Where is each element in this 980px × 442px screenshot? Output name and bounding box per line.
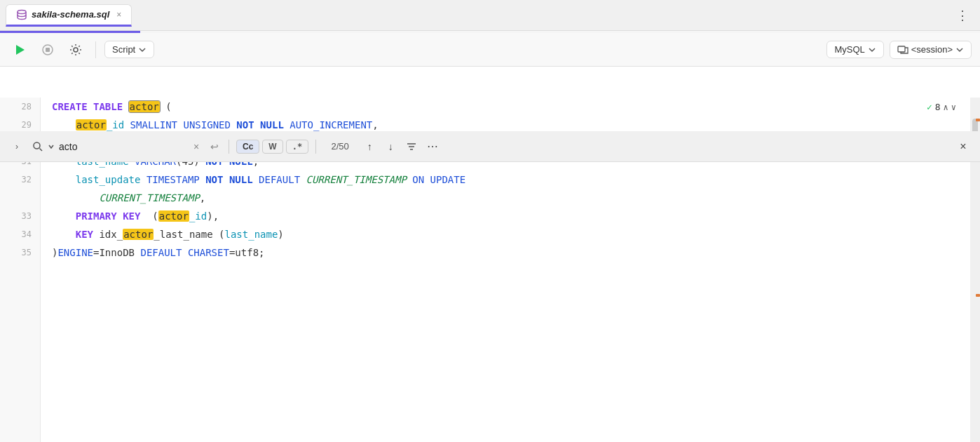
- search-divider-1: [229, 140, 229, 154]
- search-options: Cc W .*: [236, 140, 308, 154]
- match-count: 8: [935, 102, 941, 112]
- code-line-32b: CURRENT_TIMESTAMP ,: [41, 189, 970, 207]
- search-reset-btn[interactable]: ↩: [207, 140, 222, 154]
- toolbar: Script MySQL <session>: [0, 33, 980, 67]
- keyword-unsigned: UNSIGNED: [183, 119, 230, 130]
- case-sensitive-btn[interactable]: Cc: [236, 140, 259, 154]
- svg-point-0: [18, 10, 26, 13]
- keyword-null-32: NULL: [229, 174, 253, 185]
- settings-button[interactable]: [64, 39, 87, 61]
- db-chevron-icon: [868, 46, 876, 54]
- keyword-auto: AUTO_INCREMENT: [290, 119, 372, 130]
- tab-filename: sakila-schema.sql: [32, 9, 109, 20]
- match-count-badge: ✓ 8 ∧ ∨: [927, 102, 956, 112]
- match-actor-29: actor: [76, 119, 107, 130]
- keyword-on: ON: [412, 174, 424, 185]
- search-input[interactable]: [59, 141, 185, 152]
- db-icon: [16, 9, 27, 20]
- gear-icon: [69, 43, 82, 56]
- session-icon: [897, 44, 908, 55]
- type-timestamp: TIMESTAMP: [147, 174, 200, 185]
- current-timestamp-1: CURRENT_TIMESTAMP: [306, 174, 407, 185]
- search-more-btn[interactable]: ⋯: [424, 138, 441, 155]
- toolbar-separator-1: [95, 41, 96, 58]
- line-32: 32: [0, 170, 40, 189]
- line-35: 35: [0, 243, 40, 262]
- line-28: 28: [0, 98, 40, 116]
- keyword-key-34: KEY: [76, 229, 93, 240]
- search-clear-btn[interactable]: ×: [189, 140, 203, 154]
- search-close-btn[interactable]: ×: [955, 138, 972, 155]
- session-chevron-icon: [955, 46, 964, 54]
- match-actor-28: actor: [129, 101, 160, 112]
- svg-line-7: [40, 148, 43, 151]
- tab-more-btn[interactable]: ⋮: [951, 5, 974, 26]
- search-bar: › × ↩ Cc W .* 2/50 ↑ ↓: [0, 131, 980, 162]
- svg-rect-5: [898, 46, 905, 52]
- current-timestamp-2: CURRENT_TIMESTAMP: [99, 192, 199, 203]
- keyword-engine: ENGINE: [57, 247, 93, 258]
- field-last-update: last_update: [76, 174, 141, 185]
- keyword-null-29: NULL: [260, 119, 284, 130]
- search-divider-2: [315, 140, 316, 154]
- stop-button[interactable]: [36, 39, 59, 61]
- keyword-table: TABLE: [93, 101, 123, 112]
- stop-icon: [41, 43, 54, 56]
- keyword-charset: CHARSET: [188, 247, 229, 258]
- keyword-default-charset: DEFAULT: [140, 247, 182, 258]
- tab-close-btn[interactable]: ×: [116, 10, 121, 20]
- line-33: 33: [0, 207, 40, 225]
- search-icon[interactable]: [29, 138, 46, 155]
- keyword-update: UPDATE: [430, 174, 466, 185]
- code-line-33: PRIMARY KEY ( actor _id ),: [41, 207, 970, 225]
- keyword-not: NOT: [236, 119, 254, 130]
- chevron-down-icon: [138, 46, 147, 54]
- regex-btn[interactable]: .*: [286, 140, 308, 154]
- field-last-name-ref: last_name: [224, 229, 278, 240]
- keyword-primary: PRIMARY: [76, 210, 117, 222]
- file-tab[interactable]: sakila-schema.sql ×: [6, 4, 132, 27]
- keyword-default: DEFAULT: [259, 174, 300, 185]
- session-selector[interactable]: <session>: [890, 41, 972, 59]
- run-button[interactable]: [8, 39, 31, 61]
- type-smallint: SMALLINT: [130, 119, 177, 130]
- line-32b: [0, 189, 40, 207]
- code-line-34: KEY idx_ actor _last_name ( last_name ): [41, 225, 970, 243]
- field-id: _id: [107, 119, 124, 130]
- match-nav-up[interactable]: ∧: [944, 102, 948, 112]
- checkmark-icon: ✓: [927, 102, 932, 112]
- match-actor-34: actor: [123, 229, 154, 240]
- script-dropdown[interactable]: Script: [104, 41, 154, 58]
- line-34: 34: [0, 225, 40, 243]
- code-line-35: ) ENGINE =InnoDB DEFAULT CHARSET =utf8;: [41, 243, 970, 262]
- code-line-28: CREATE TABLE actor ( ✓ 8 ∧ ∨: [41, 98, 970, 116]
- svg-marker-1: [16, 45, 25, 55]
- tab-bar: sakila-schema.sql × ⋮: [0, 0, 980, 31]
- match-actor-33: actor: [158, 210, 189, 222]
- db-selector[interactable]: MySQL: [826, 41, 883, 58]
- search-count: 2/50: [323, 141, 357, 152]
- search-dropdown-arrow[interactable]: [48, 143, 55, 150]
- keyword-create: CREATE: [52, 101, 88, 112]
- code-line-32: last_update TIMESTAMP NOT NULL DEFAULT C…: [41, 170, 970, 189]
- svg-point-4: [74, 48, 78, 52]
- scroll-mark-1: [976, 119, 980, 121]
- keyword-not-32: NOT: [205, 174, 223, 185]
- keyword-key-33: KEY: [123, 210, 140, 222]
- search-nav-down-btn[interactable]: ↓: [382, 138, 399, 155]
- field-actor-id-ref: _id: [189, 210, 207, 222]
- search-filter-btn[interactable]: [403, 138, 420, 155]
- scroll-mark-2: [976, 294, 980, 297]
- editor-area: › × ↩ Cc W .* 2/50 ↑ ↓: [0, 67, 980, 442]
- search-collapse-btn[interactable]: ›: [8, 138, 25, 155]
- search-nav-up-btn[interactable]: ↑: [361, 138, 378, 155]
- match-nav-down[interactable]: ∨: [951, 102, 956, 112]
- whole-word-btn[interactable]: W: [262, 140, 283, 154]
- svg-rect-3: [46, 48, 50, 52]
- run-icon: [13, 43, 26, 56]
